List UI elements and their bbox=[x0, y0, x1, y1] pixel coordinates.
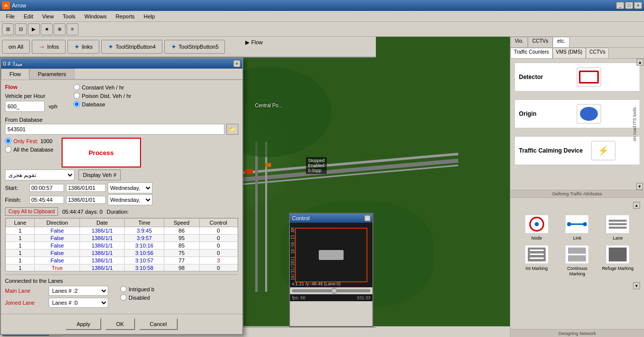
main-lane-select[interactable]: Lanes # :2 bbox=[49, 286, 108, 296]
control-slider[interactable] bbox=[290, 287, 372, 294]
finish-date[interactable] bbox=[66, 196, 106, 204]
menu-tools[interactable]: Tools bbox=[59, 12, 79, 20]
apply-btn[interactable]: Apply bbox=[66, 318, 101, 330]
design-lane[interactable]: Lane bbox=[599, 215, 636, 241]
radio-poison[interactable]: Poison Dist. Veh / hr bbox=[73, 92, 132, 99]
lane-icon bbox=[609, 220, 627, 229]
origin-item[interactable]: Origin bbox=[514, 99, 640, 128]
strip-btn5[interactable]: ✦ ToolStripButton5 bbox=[164, 40, 225, 54]
subtab-traffic-counters[interactable]: Traffic Counters bbox=[510, 48, 553, 58]
toolbar-btn-5[interactable]: ⊕ bbox=[54, 23, 66, 35]
menu-edit[interactable]: Edit bbox=[20, 12, 37, 20]
flow-section-label: Flow bbox=[5, 84, 58, 90]
cont-marking-label: Continuus Marking bbox=[559, 266, 596, 277]
subtab-vms[interactable]: VMS (DMS) bbox=[553, 48, 586, 58]
table-row: 1True1386/1/13:10:58980 bbox=[6, 264, 238, 272]
int-marking-label: Int Marking bbox=[526, 266, 548, 271]
intrigued-radio[interactable]: Intrigued b bbox=[120, 286, 154, 292]
flow-tab-flow[interactable]: Flow bbox=[1, 69, 29, 80]
tab-vio[interactable]: Vio. bbox=[510, 37, 528, 47]
disabled-radio[interactable]: Disabled bbox=[120, 294, 154, 301]
start-date[interactable] bbox=[66, 184, 106, 192]
tab-etc[interactable]: etc. bbox=[553, 37, 570, 47]
col-control: Control bbox=[199, 219, 237, 227]
scroll-up-btn[interactable]: ▲ bbox=[637, 59, 644, 66]
duration-text: 05:44:47 days: 0 bbox=[62, 209, 102, 215]
vehicle-shape bbox=[319, 250, 344, 260]
flow-tab-parameters[interactable]: Parameters bbox=[29, 69, 74, 79]
main-lane-label: Main Lane bbox=[5, 288, 45, 294]
menu-file[interactable]: File bbox=[2, 12, 19, 20]
finish-day-select[interactable]: Wednesday, bbox=[108, 194, 152, 205]
design-refuge-marking[interactable]: Refuge Marking bbox=[599, 245, 636, 277]
all-db-label: All the Database bbox=[13, 147, 54, 153]
start-time[interactable] bbox=[29, 184, 64, 192]
db-browse-btn[interactable]: 📁 bbox=[226, 124, 238, 135]
design-scroll-up[interactable]: ▲ bbox=[633, 202, 640, 209]
origin-label: Origin bbox=[519, 110, 569, 117]
design-scroll-area: ▲ bbox=[514, 202, 640, 209]
finish-time[interactable] bbox=[29, 196, 64, 204]
minimize-btn[interactable]: _ bbox=[616, 2, 624, 9]
subtab-cctvs[interactable]: CCTVs bbox=[586, 48, 609, 58]
vehicle-marker bbox=[265, 163, 271, 167]
menu-help[interactable]: Help bbox=[140, 12, 159, 20]
tab-cctvs[interactable]: CCTVs bbox=[528, 37, 553, 47]
coord-label: 331.33 bbox=[357, 295, 370, 300]
toolbar-btn-1[interactable]: ⊞ bbox=[2, 23, 14, 35]
design-panel: ▲ Node bbox=[510, 198, 644, 329]
scroll-down-btn[interactable]: ▼ bbox=[636, 183, 643, 190]
node-center-dot bbox=[535, 222, 539, 226]
all-database-option[interactable]: All the Database bbox=[5, 146, 54, 153]
toolbar-btn-3[interactable]: ▶ bbox=[28, 23, 40, 35]
radio-constant[interactable]: Constant Veh / hr bbox=[73, 84, 132, 90]
vph-input[interactable] bbox=[5, 101, 45, 112]
display-veh-btn[interactable]: Display Veh # bbox=[78, 169, 121, 180]
toolbar-btn-2[interactable]: ⊟ bbox=[15, 23, 27, 35]
menu-view[interactable]: View bbox=[38, 12, 58, 20]
design-link[interactable]: Link bbox=[559, 215, 596, 241]
menu-windows[interactable]: Windows bbox=[80, 12, 111, 20]
radio-datebase[interactable]: Datebase bbox=[73, 101, 132, 107]
cancel-btn[interactable]: Cancel bbox=[139, 318, 178, 330]
infos-btn[interactable]: → Infos bbox=[32, 40, 66, 54]
copy-clipboard-btn[interactable]: Copy All to Clipboard bbox=[5, 207, 58, 216]
design-int-marking[interactable]: Int Marking bbox=[518, 245, 555, 277]
design-node[interactable]: Node bbox=[518, 215, 555, 241]
joined-lane-select[interactable]: Lanes # :0 bbox=[49, 298, 108, 308]
slider-thumb[interactable] bbox=[331, 288, 337, 294]
only-first-option[interactable]: Only First: 1000 bbox=[5, 138, 54, 144]
design-scroll-down[interactable]: ▼ bbox=[633, 282, 640, 289]
links-btn[interactable]: ✦ links bbox=[68, 40, 99, 54]
maximize-btn[interactable]: □ bbox=[625, 2, 633, 9]
start-day-select[interactable]: Wednesday, bbox=[108, 182, 152, 193]
col-time: Time bbox=[125, 219, 164, 227]
calendar-select[interactable]: تقویم هجری bbox=[5, 169, 74, 180]
designing-network-label: Designing Network bbox=[559, 331, 596, 336]
db-input[interactable] bbox=[5, 124, 224, 135]
close-btn[interactable]: × bbox=[634, 2, 642, 9]
control-close-btn[interactable]: × bbox=[364, 215, 370, 221]
flow-window-title-text: میدا: # 0 bbox=[3, 61, 22, 67]
right-panel-tabs: Vio. CCTVs etc. bbox=[510, 37, 644, 48]
int-marking-line1 bbox=[530, 250, 544, 251]
traffic-calming-item[interactable]: Traffic Calming Device ⚡ bbox=[514, 136, 640, 165]
window-controls[interactable]: _ □ × bbox=[616, 2, 642, 9]
flow-window-close[interactable]: × bbox=[233, 60, 240, 67]
toolbar-btn-6[interactable]: ≡ bbox=[67, 23, 78, 35]
toolbar-btn-4[interactable]: ★ bbox=[41, 23, 53, 35]
ok-btn[interactable]: OK bbox=[105, 318, 135, 330]
app-icon: A bbox=[2, 1, 10, 9]
slider-track[interactable] bbox=[292, 289, 370, 292]
design-cont-marking[interactable]: Continuus Marking bbox=[559, 245, 596, 277]
menu-reports[interactable]: Reports bbox=[112, 12, 139, 20]
process-button[interactable]: Process bbox=[62, 138, 141, 168]
traffic-calming-label: Traffic Calming Device bbox=[519, 147, 583, 154]
strip-btn4[interactable]: ✦ ToolStripButton4 bbox=[101, 40, 162, 54]
table-row: 1False1386/1/13:9:57950 bbox=[6, 235, 238, 242]
flow-window-title-bar: ▶ Flow bbox=[243, 37, 376, 48]
fps-label: fps: 56 bbox=[292, 295, 305, 300]
flow-title-text: Flow bbox=[251, 39, 263, 45]
detector-item[interactable]: Detector bbox=[514, 63, 640, 91]
zoom-all-btn[interactable]: om All bbox=[2, 40, 30, 54]
